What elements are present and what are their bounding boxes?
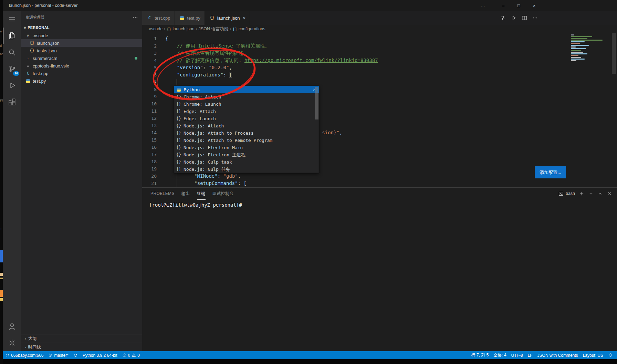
title-more-actions-icon[interactable]: ···	[475, 0, 491, 11]
editor-tab[interactable]: Ctest.cpp	[142, 11, 175, 25]
code-line[interactable]: 7	[142, 79, 617, 86]
notifications[interactable]	[606, 351, 615, 359]
minimize-button[interactable]: –	[495, 0, 511, 11]
object-icon: {}	[176, 101, 181, 108]
file-tree-item[interactable]: ∨.vscode	[21, 32, 142, 39]
suggestion-item[interactable]: {}Edge: Attach	[174, 108, 319, 115]
python-interpreter[interactable]: Python 3.9.2 64-bit	[80, 351, 120, 359]
bottom-panel: PROBLEMS输出终端调试控制台 bash [root@iZfillwtw0a…	[142, 187, 617, 351]
close-button[interactable]: ×	[526, 0, 542, 11]
object-icon: {}	[176, 93, 181, 101]
panel-tab[interactable]: 调试控制台	[212, 188, 234, 200]
file-tree-item[interactable]: test.py	[21, 77, 142, 85]
panel-tab[interactable]: PROBLEMS	[150, 188, 175, 200]
timeline-section[interactable]: › 时间线	[21, 343, 142, 351]
background-color-block	[0, 273, 3, 276]
close-panel[interactable]	[607, 191, 612, 196]
close-icon[interactable]: ×	[243, 15, 246, 21]
line-number: 12	[142, 115, 161, 122]
terminal-dropdown[interactable]	[588, 191, 594, 196]
suggestion-item[interactable]: Python›	[174, 86, 319, 93]
code-line[interactable]: 21 "setupCommands": [	[142, 180, 617, 187]
code-line[interactable]: 6 "configurations": [	[142, 71, 617, 79]
code-line[interactable]: 3 // 悬停以查看现有属性的描述。	[142, 50, 617, 57]
split-editor[interactable]	[522, 15, 527, 21]
suggestion-item[interactable]: {}Chrome: Attach	[174, 93, 319, 101]
activity-search[interactable]	[3, 44, 21, 61]
breadcrumb-item[interactable]: launch.json	[172, 27, 194, 31]
file-tree-item[interactable]: ≡cpptools-linux.vsix	[21, 62, 142, 70]
file-tree-item[interactable]: {}tasks.json	[21, 47, 142, 54]
suggest-scrollbar[interactable]	[315, 87, 318, 119]
editor-more-actions[interactable]	[532, 15, 538, 21]
maximize-button[interactable]: □	[511, 0, 526, 11]
suggestion-item[interactable]: {}Node.js: Gulp task	[174, 158, 319, 166]
extensions-icon	[8, 98, 16, 106]
activity-run-and-debug[interactable]	[3, 77, 21, 94]
terminal-shell-select[interactable]: bash	[558, 191, 575, 196]
chevron-right-icon: ›	[25, 345, 26, 350]
new-terminal[interactable]	[579, 191, 584, 196]
object-icon: {}	[176, 115, 181, 122]
status-left: 666baby.com:666master*Python 3.9.2 64-bi…	[3, 351, 142, 359]
breadcrumb-item[interactable]: configurations	[239, 27, 265, 31]
editor-scrollbar[interactable]	[612, 33, 616, 74]
breadcrumb-item[interactable]: JSON 语言功能	[199, 26, 229, 32]
line-number: 18	[142, 158, 161, 165]
suggestion-item[interactable]: {}Node.js: Attach to Remote Program	[174, 137, 319, 144]
activity-menu-button[interactable]	[3, 11, 21, 28]
terminal[interactable]: [root@iZfillwtw0ajhyZ personal]#	[142, 199, 617, 351]
views-more-actions-icon[interactable]	[133, 14, 138, 20]
keyboard-layout[interactable]: Layout: US	[581, 351, 606, 359]
add-configuration-button[interactable]: 添加配置...	[535, 166, 566, 178]
suggestion-item[interactable]: {}Node.js: Electron 主进程	[174, 151, 319, 158]
activity-extensions[interactable]	[3, 94, 21, 110]
remote-indicator[interactable]: 666baby.com:666	[3, 351, 46, 359]
panel-tab[interactable]: 输出	[181, 188, 190, 200]
code-line[interactable]: 1{	[142, 35, 617, 42]
activity-explorer[interactable]	[3, 28, 21, 44]
open-changes[interactable]	[500, 15, 506, 21]
object-icon: {}	[176, 166, 181, 173]
activity-source-control[interactable]: 10	[3, 61, 21, 77]
run-file[interactable]	[511, 15, 516, 21]
activity-settings-gear[interactable]	[3, 335, 21, 351]
maximize-panel[interactable]	[598, 191, 603, 196]
git-branch[interactable]: master*	[46, 351, 71, 359]
line-number: 8	[142, 86, 161, 93]
section-personal[interactable]: ∨ PERSONAL	[21, 23, 142, 32]
language-mode[interactable]: JSON with Comments	[535, 351, 581, 359]
suggestion-item[interactable]: {}Chrome: Launch	[174, 101, 319, 108]
outline-section[interactable]: › 大纲	[21, 334, 142, 343]
line-number: 9	[142, 93, 161, 100]
end-of-line[interactable]: LF	[525, 351, 535, 359]
activity-account[interactable]	[3, 318, 21, 335]
line-number: 6	[142, 71, 161, 79]
sync-changes[interactable]	[71, 351, 80, 359]
encoding[interactable]: UTF-8	[509, 351, 525, 359]
breadcrumb-separator-icon: ›	[164, 27, 165, 31]
suggestion-item[interactable]: {}Node.js: Electron Main	[174, 144, 319, 151]
minimap[interactable]	[571, 34, 609, 61]
gear-icon	[8, 339, 16, 347]
code-line[interactable]: 4 // 欲了解更多信息，请访问: https://go.microsoft.c…	[142, 57, 617, 64]
file-tree-item[interactable]: ›summeracm	[21, 54, 142, 62]
cursor-position[interactable]: 行 7, 列 5	[469, 351, 491, 359]
problems-summary[interactable]: 00	[120, 351, 142, 359]
suggestion-item[interactable]: {}Node.js: Gulp 任务	[174, 166, 319, 173]
indentation[interactable]: 空格: 4	[491, 351, 509, 359]
editor-tab[interactable]: test.py	[175, 11, 205, 25]
file-tree-item[interactable]: Ctest.cpp	[21, 70, 142, 77]
panel-tab[interactable]: 终端	[197, 188, 206, 200]
suggestion-item[interactable]: {}Node.js: Attach	[174, 122, 319, 129]
code-line[interactable]: 5 "version": "0.2.0",	[142, 64, 617, 71]
suggestion-item[interactable]: {}Edge: Launch	[174, 115, 319, 122]
editor-tab[interactable]: {}launch.json×	[205, 11, 250, 25]
code-line[interactable]: 2 // 使用 IntelliSense 了解相关属性。	[142, 42, 617, 50]
background-window-sliver: aldndFF+	[0, 0, 3, 364]
breadcrumb-item[interactable]: .vscode	[148, 27, 163, 31]
file-tree-item[interactable]: {}launch.json	[21, 39, 142, 47]
suggestion-item[interactable]: {}Node.js: Attach to Process	[174, 129, 319, 137]
line-number: 21	[142, 180, 161, 187]
code-editor[interactable]: 1{2 // 使用 IntelliSense 了解相关属性。3 // 悬停以查看…	[142, 33, 617, 187]
